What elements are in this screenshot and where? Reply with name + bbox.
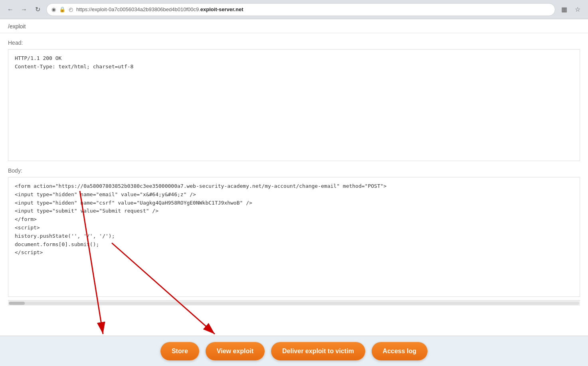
head-code-box: HTTP/1.1 200 OK Content-Type: text/html;… [8,49,580,161]
body-line-6: <script> [15,224,573,232]
horizontal-scrollbar[interactable] [8,300,580,306]
body-line-7: history.pushState('', '/', '/'); [15,232,573,241]
shield-icon: ◉ [51,6,56,12]
url-normal-part: https://exploit-0a7c0056034a2b93806bed4b… [76,6,200,12]
body-code-box: <form action="https://0a58007803852b0380… [8,177,580,297]
address-bar[interactable]: ◉ 🔒 ◴ https://exploit-0a7c0056034a2b9380… [46,3,555,16]
url-path: /exploit [0,19,588,33]
body-line-9: </script> [15,249,573,257]
head-section: Head: HTTP/1.1 200 OK Content-Type: text… [0,33,588,161]
nav-buttons: ← → ↻ [5,4,43,15]
connection-icon: ◴ [69,6,73,12]
deliver-exploit-button[interactable]: Deliver exploit to victim [271,342,365,360]
body-line-2: <input type="hidden" name="email" value=… [15,191,573,199]
view-exploit-button[interactable]: View exploit [206,342,265,360]
back-button[interactable]: ← [5,4,16,15]
body-line-8: document.forms[0].submit(); [15,241,573,249]
browser-chrome: ← → ↻ ◉ 🔒 ◴ https://exploit-0a7c0056034a… [0,0,588,19]
access-log-button[interactable]: Access log [372,342,428,360]
page-content: /exploit Head: HTTP/1.1 200 OK Content-T… [0,19,588,347]
head-label: Head: [8,40,580,46]
browser-actions: ▦ ☆ [558,4,583,15]
forward-button[interactable]: → [18,4,30,15]
head-line-1: HTTP/1.1 200 OK [15,54,573,63]
bottom-action-bar: Store View exploit Deliver exploit to vi… [0,336,588,366]
main-wrapper: /exploit Head: HTTP/1.1 200 OK Content-T… [0,19,588,347]
body-line-4: <input type="submit" value="Submit reque… [15,207,573,215]
qr-button[interactable]: ▦ [558,4,570,15]
store-button[interactable]: Store [160,342,199,360]
url-text: https://exploit-0a7c0056034a2b93806bed4b… [76,6,550,12]
body-line-5: </form> [15,215,573,224]
bookmark-button[interactable]: ☆ [572,4,583,15]
body-line-1: <form action="https://0a58007803852b0380… [15,182,573,191]
lock-icon: 🔒 [59,6,65,12]
body-section: Body: <form action="https://0a5800780385… [0,161,588,297]
reload-button[interactable]: ↻ [32,4,43,15]
url-bold-part: exploit-server.net [200,6,244,12]
body-label: Body: [8,167,580,174]
head-line-2: Content-Type: text/html; charset=utf-8 [15,63,573,71]
body-line-3: <input type="hidden" name="csrf" value="… [15,199,573,207]
